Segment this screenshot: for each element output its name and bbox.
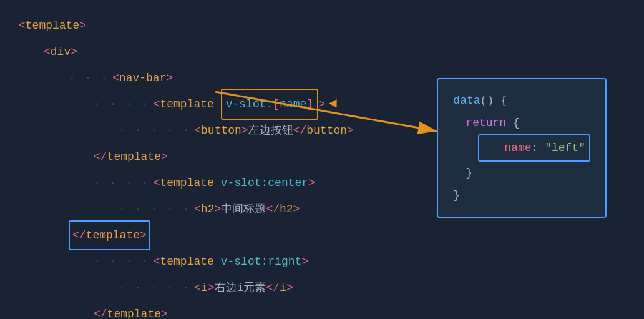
- tag-template-close-3: template: [107, 301, 161, 319]
- attr-vslot-right: v-slot:right: [221, 248, 302, 275]
- dots: · · ·: [69, 65, 109, 91]
- vslot-name-highlight: v-slot:[name]: [221, 89, 318, 120]
- prop-name: name: [504, 142, 531, 154]
- brace-close-outer: }: [453, 184, 460, 207]
- data-panel: data() { return { name: "left" } }: [437, 78, 607, 218]
- colon: :: [532, 142, 545, 154]
- tag-close: >: [347, 117, 354, 144]
- code-line-10: · · · · <template v-slot:right>: [19, 248, 625, 275]
- tag-open: </: [266, 275, 280, 301]
- func-data: data: [453, 89, 480, 112]
- tag-h2: h2: [201, 196, 215, 222]
- tag-close: >: [318, 91, 325, 117]
- tag-open: <: [194, 117, 201, 144]
- slot-var: name: [280, 98, 306, 110]
- tag-template-2: template: [160, 91, 213, 117]
- tag-close: >: [215, 196, 222, 222]
- data-panel-line-5: }: [453, 184, 590, 207]
- tag-close: >: [79, 12, 86, 39]
- tag-h2-close: h2: [280, 196, 293, 222]
- data-panel-line-4: }: [453, 162, 590, 184]
- tag-close: >: [140, 222, 147, 248]
- code-line-2: <div>: [19, 39, 625, 65]
- tag-open: <: [19, 12, 26, 39]
- tag-close: >: [161, 144, 168, 170]
- attr-vslot-center: v-slot:center: [221, 170, 308, 196]
- brace-close-inner: }: [453, 162, 472, 184]
- tag-close: >: [301, 248, 308, 275]
- tag-open: <: [112, 65, 119, 91]
- name-left-highlight: name: "left": [478, 134, 590, 162]
- tag-open: <: [194, 196, 201, 222]
- tag-div: div: [51, 39, 71, 65]
- brace-open: {: [513, 112, 520, 134]
- tag-template-3: template: [160, 170, 213, 196]
- tag-template-close-1: template: [107, 144, 161, 170]
- tag-open: <: [44, 39, 51, 65]
- tag-open: </: [94, 144, 107, 170]
- arrow-indicator: ◄: [329, 91, 337, 117]
- tag-open: </: [72, 222, 86, 248]
- tag-open: <: [154, 248, 160, 275]
- code-line-11: · · · · · <i>右边i元素</i>: [19, 275, 625, 301]
- tag-button: button: [201, 117, 242, 144]
- tag-template-4: template: [160, 248, 213, 275]
- code-editor: <template> <div> · · · <nav-bar> · · · ·…: [0, 0, 644, 319]
- dots: · · · ·: [94, 170, 150, 196]
- dots: · · · · ·: [119, 275, 190, 301]
- paren-open: () {: [481, 89, 507, 112]
- bracket-close: ]: [306, 98, 313, 110]
- tag-close: >: [208, 275, 215, 301]
- dots: · · · · ·: [119, 117, 190, 144]
- tag-button-close: button: [306, 117, 347, 144]
- button-text: 左边按钮: [248, 117, 293, 144]
- code-line-9: </template>: [19, 222, 625, 248]
- code-line-1: <template>: [19, 12, 625, 39]
- tag-open: <: [194, 275, 201, 301]
- tag-open: </: [266, 196, 280, 222]
- prop-value: "left": [545, 142, 585, 154]
- tag-close: >: [242, 117, 248, 144]
- tag-open: <: [154, 91, 160, 117]
- tag-i-close: i: [280, 275, 286, 301]
- tag-close: >: [71, 39, 77, 65]
- tag-i: i: [201, 275, 208, 301]
- tag-close: >: [308, 170, 315, 196]
- data-panel-line-1: data() {: [453, 89, 590, 112]
- tag-navbar: nav-bar: [119, 65, 167, 91]
- code-line-12: </template>: [19, 301, 625, 319]
- tag-open: <: [154, 170, 160, 196]
- closing-template-highlight: </template>: [69, 220, 150, 250]
- i-text: 右边i元素: [215, 275, 266, 301]
- tag-template-1: template: [26, 12, 79, 39]
- bracket-open: [: [273, 98, 280, 110]
- dots: · · · ·: [94, 91, 150, 117]
- h2-text: 中间标题: [221, 196, 266, 222]
- dots: · · · ·: [94, 248, 150, 275]
- tag-close: >: [286, 275, 293, 301]
- tag-open: </: [94, 301, 107, 319]
- attr-vslot: v-slot:: [226, 98, 273, 110]
- data-panel-line-2: return {: [453, 112, 590, 134]
- tag-close: >: [161, 301, 168, 319]
- keyword-return: return: [453, 112, 506, 134]
- tag-template-close-2: template: [86, 222, 140, 248]
- tag-close: >: [166, 65, 173, 91]
- data-panel-line-3: name: "left": [453, 134, 590, 162]
- tag-open: </: [293, 117, 307, 144]
- tag-close: >: [293, 196, 300, 222]
- dots: · · · · ·: [119, 196, 190, 222]
